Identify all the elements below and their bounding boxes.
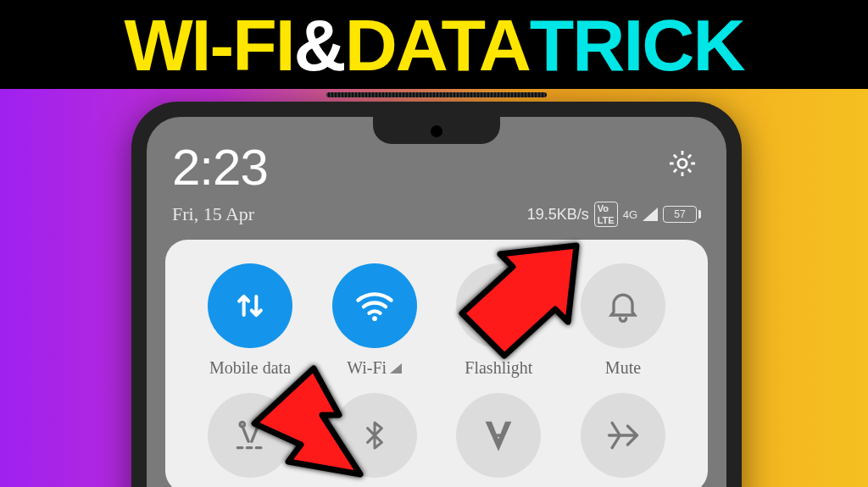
readmode-icon [480, 417, 517, 454]
wifi-signal-icon [390, 363, 402, 374]
wifi-toggle[interactable] [332, 263, 417, 348]
svg-point-0 [678, 159, 687, 168]
airplane-icon [604, 417, 642, 454]
bell-icon [604, 287, 642, 324]
status-date-row: Fri, 15 Apr 19.5KB/s VoLTE 4G 57 [172, 202, 701, 227]
status-top-row: 2:23 [172, 138, 701, 196]
title-part4: TRICK [530, 8, 744, 81]
pointer-arrow-wifi [449, 237, 593, 364]
tile-readmode[interactable] [439, 393, 558, 478]
title-part2: & [294, 8, 345, 81]
tile-airplane[interactable] [564, 393, 682, 478]
mobile-data-icon [231, 287, 269, 324]
mobile-data-toggle[interactable] [208, 263, 292, 348]
title-part1: WI-FI [124, 8, 293, 81]
svg-point-1 [372, 316, 377, 321]
readmode-toggle[interactable] [456, 393, 541, 478]
mute-label: Mute [605, 358, 641, 378]
phone-frame: 2:23 Fri, 15 Apr 19.5KB/s VoLTE 4G 57 [131, 102, 742, 487]
phone-speaker [326, 92, 547, 97]
airplane-toggle[interactable] [581, 393, 665, 478]
battery-indicator: 57 [663, 206, 701, 223]
volte-badge: VoLTE [594, 202, 618, 227]
signal-icon [643, 208, 658, 221]
clock-time: 2:23 [172, 138, 268, 196]
battery-tip [698, 210, 701, 219]
title-bar: WI-FI & DATA TRICK [0, 0, 868, 89]
signal-4g: 4G [623, 208, 637, 221]
wifi-icon [353, 284, 397, 328]
phone-notch [373, 117, 500, 144]
phone-screen: 2:23 Fri, 15 Apr 19.5KB/s VoLTE 4G 57 [147, 117, 726, 487]
network-speed: 19.5KB/s [527, 206, 589, 224]
date-label: Fri, 15 Apr [172, 203, 254, 225]
gear-icon [666, 147, 698, 180]
battery-level: 57 [663, 206, 697, 223]
title-part3: DATA [345, 8, 530, 81]
pointer-arrow-mobile-data [242, 356, 377, 487]
status-right-group: 19.5KB/s VoLTE 4G 57 [527, 202, 701, 227]
settings-button[interactable] [664, 145, 701, 182]
